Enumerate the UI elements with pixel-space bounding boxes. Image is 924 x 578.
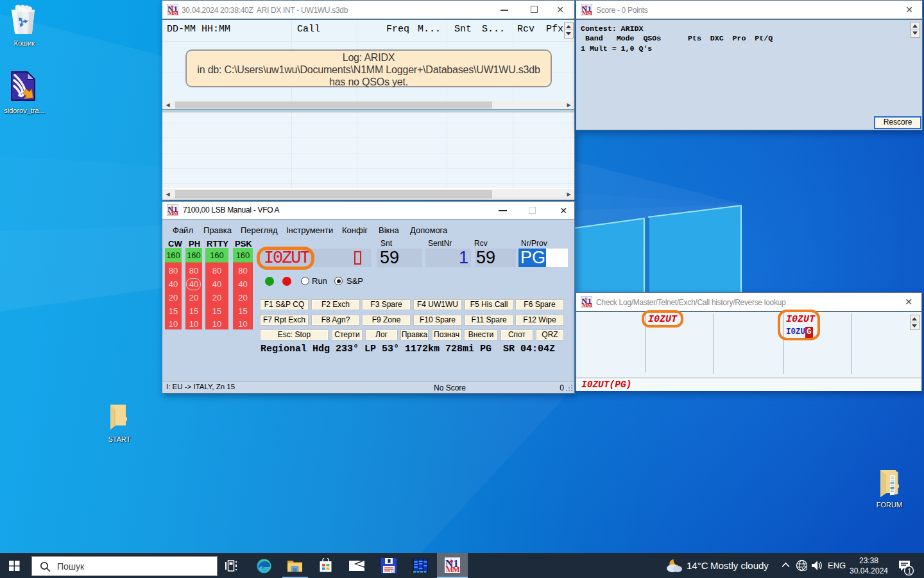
- svg-text:MM: MM: [168, 10, 178, 15]
- svg-text:MM: MM: [168, 210, 178, 216]
- svg-text:MM: MM: [582, 302, 592, 308]
- svg-text:1: 1: [908, 568, 912, 575]
- svg-text:+: +: [449, 557, 453, 565]
- svg-text:MM: MM: [446, 565, 459, 573]
- svg-text:MM: MM: [582, 10, 592, 15]
